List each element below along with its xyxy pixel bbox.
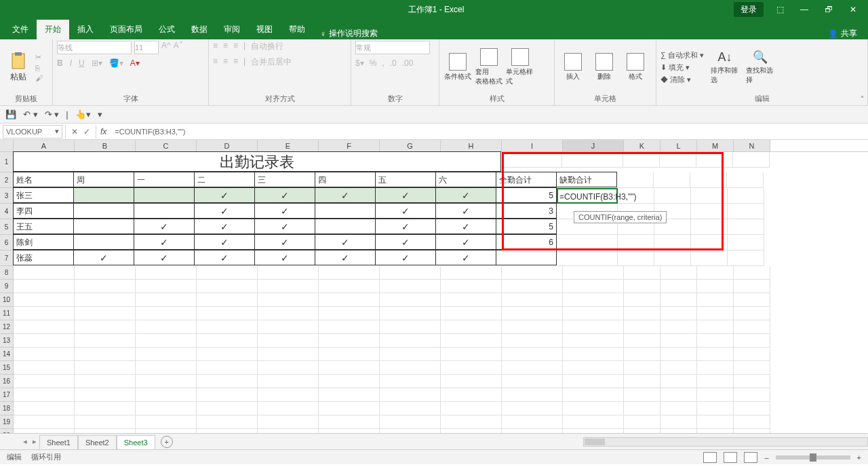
paste-button[interactable]: 粘贴 — [4, 52, 33, 83]
attendance-cell[interactable]: ✓ — [435, 250, 496, 265]
full-count-cell[interactable]: 3 — [496, 203, 557, 219]
cell[interactable] — [734, 280, 770, 293]
name-cell[interactable]: 陈剑 — [13, 234, 74, 250]
cell[interactable] — [319, 402, 380, 415]
cell[interactable] — [136, 320, 197, 334]
attendance-cell[interactable]: ✓ — [375, 203, 436, 219]
cell[interactable] — [136, 388, 197, 402]
cell[interactable] — [258, 361, 319, 375]
cell[interactable] — [197, 388, 258, 402]
cell[interactable] — [258, 307, 319, 320]
cell[interactable] — [734, 320, 770, 334]
cell[interactable] — [624, 334, 660, 348]
cell[interactable] — [380, 293, 441, 307]
cell[interactable] — [258, 320, 319, 334]
cell-style-button[interactable]: 单元格样式 — [506, 48, 534, 86]
cell[interactable] — [441, 375, 502, 388]
cell[interactable] — [136, 334, 197, 348]
table-format-button[interactable]: 套用 表格格式 — [475, 48, 503, 86]
align-center-icon[interactable]: ≡ — [223, 56, 228, 68]
cell[interactable] — [691, 250, 728, 266]
cell[interactable] — [697, 375, 734, 388]
cell[interactable] — [563, 280, 624, 293]
attendance-cell[interactable]: ✓ — [375, 234, 436, 250]
cell[interactable] — [660, 280, 697, 293]
cell[interactable] — [697, 293, 734, 307]
cell[interactable] — [380, 348, 441, 361]
cell[interactable] — [563, 293, 624, 307]
row-header[interactable]: 11 — [0, 307, 14, 320]
cell[interactable] — [563, 334, 624, 348]
merge-center-button[interactable]: 合并后居中 — [251, 56, 292, 68]
cell[interactable] — [14, 348, 75, 361]
cell[interactable] — [728, 188, 764, 204]
full-count-cell[interactable]: 5 — [496, 187, 557, 203]
cell[interactable] — [734, 348, 770, 361]
cell[interactable] — [563, 266, 624, 280]
cell[interactable] — [197, 361, 258, 375]
attendance-cell[interactable]: ✓ — [194, 234, 255, 250]
cell[interactable] — [258, 375, 319, 388]
cell[interactable] — [319, 266, 380, 280]
page-break-view-button[interactable] — [744, 452, 757, 463]
formula-input[interactable]: =COUNTIF(B3:H3,"") — [111, 128, 868, 136]
name-cell[interactable]: 张三 — [13, 187, 74, 203]
cell[interactable] — [136, 361, 197, 375]
cell[interactable] — [441, 415, 502, 429]
close-button[interactable]: ✕ — [841, 1, 865, 18]
cell[interactable] — [502, 361, 563, 375]
cell[interactable] — [258, 266, 319, 280]
cell[interactable] — [14, 361, 75, 375]
cell[interactable] — [502, 375, 563, 388]
cell[interactable] — [75, 375, 136, 388]
italic-button[interactable]: I — [70, 58, 72, 68]
copy-icon[interactable]: ⎘ — [35, 64, 43, 72]
cell[interactable] — [197, 348, 258, 361]
cell[interactable] — [441, 320, 502, 334]
row-header[interactable]: 20 — [0, 429, 14, 433]
underline-button[interactable]: U — [79, 58, 85, 68]
cell[interactable] — [258, 415, 319, 429]
font-name-select[interactable] — [57, 41, 132, 54]
cell[interactable] — [258, 348, 319, 361]
cell[interactable] — [75, 402, 136, 415]
cell[interactable] — [624, 307, 660, 320]
find-select-button[interactable]: 🔍查找和选择 — [746, 50, 774, 85]
cell[interactable] — [380, 388, 441, 402]
cell[interactable] — [14, 402, 75, 415]
attendance-cell[interactable]: ✓ — [194, 250, 255, 265]
cell[interactable] — [14, 334, 75, 348]
row-header[interactable]: 8 — [0, 266, 14, 280]
cell[interactable] — [734, 293, 770, 307]
cell[interactable] — [75, 280, 136, 293]
fx-icon[interactable]: fx — [96, 127, 111, 136]
tab-view[interactable]: 视图 — [248, 20, 281, 39]
cell[interactable] — [380, 320, 441, 334]
full-count-cell[interactable]: 6 — [496, 234, 557, 250]
sheet-nav-next[interactable]: ▸ — [30, 437, 39, 446]
sheet-nav-prev[interactable]: ◂ — [20, 437, 30, 446]
ribbon-options-button[interactable]: ⬚ — [768, 1, 792, 18]
cell[interactable] — [136, 293, 197, 307]
cell[interactable] — [697, 402, 734, 415]
row-header[interactable]: 2 — [0, 172, 14, 188]
cell[interactable] — [728, 204, 764, 219]
cell[interactable] — [562, 152, 623, 168]
attendance-cell[interactable] — [73, 187, 134, 203]
cell[interactable] — [319, 415, 380, 429]
cell[interactable] — [660, 334, 697, 348]
cell[interactable] — [624, 293, 660, 307]
name-cell[interactable]: 张蕊 — [13, 250, 74, 265]
cell[interactable] — [258, 429, 319, 433]
cell[interactable] — [502, 402, 563, 415]
cell[interactable] — [75, 334, 136, 348]
cell[interactable] — [563, 320, 624, 334]
minimize-button[interactable]: — — [792, 1, 816, 18]
attendance-cell[interactable]: ✓ — [435, 187, 496, 203]
cell[interactable] — [660, 307, 697, 320]
attendance-cell[interactable]: ✓ — [375, 219, 436, 234]
bold-button[interactable]: B — [57, 58, 63, 68]
share-button[interactable]: 👤 共享 — [828, 28, 864, 39]
cell[interactable] — [75, 361, 136, 375]
cell[interactable] — [441, 429, 502, 433]
